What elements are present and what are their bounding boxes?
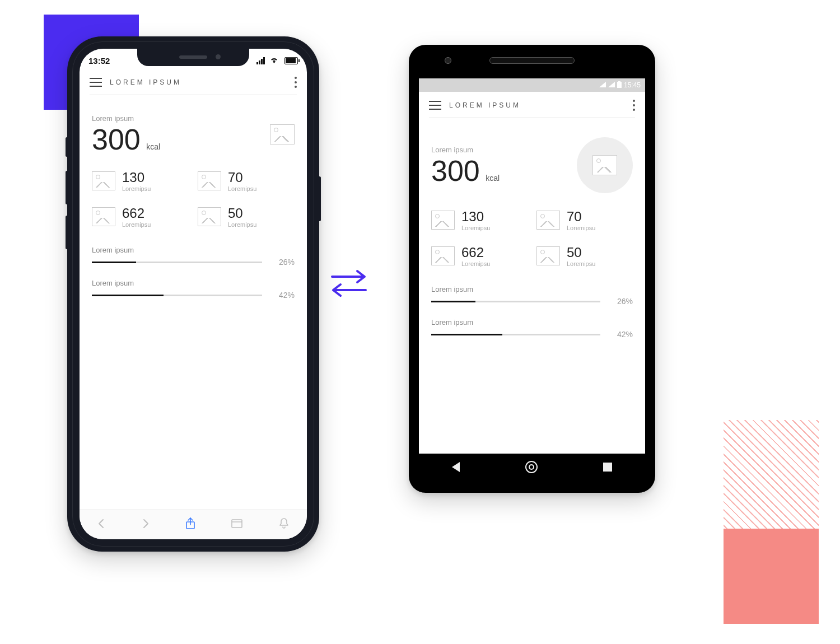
progress-item: Lorem ipsum 42% <box>419 310 645 343</box>
android-recents-icon[interactable] <box>603 463 612 472</box>
progress-track <box>92 262 262 263</box>
android-status-bar: 15:45 <box>419 78 645 92</box>
stat-item: 50 Loremipsu <box>536 245 633 267</box>
sync-icon <box>322 263 376 306</box>
android-signal-icon <box>599 81 606 89</box>
image-placeholder-icon <box>92 171 115 190</box>
hamburger-icon[interactable] <box>429 101 441 110</box>
hero-image-circle <box>577 137 633 193</box>
android-camera <box>445 57 451 64</box>
stat-value: 662 <box>122 206 151 221</box>
app-title: LOREM IPSUM <box>449 101 521 109</box>
ios-time: 13:52 <box>88 56 110 66</box>
image-placeholder-icon <box>270 124 295 144</box>
image-placeholder-icon <box>536 246 560 265</box>
image-placeholder-icon <box>536 211 560 230</box>
progress-percent: 42% <box>610 330 633 339</box>
tabs-icon[interactable] <box>231 518 243 531</box>
app-title: LOREM IPSUM <box>110 78 181 86</box>
forward-icon[interactable] <box>141 518 150 531</box>
android-home-icon[interactable] <box>525 461 538 473</box>
progress-label: Lorem ipsum <box>431 318 633 326</box>
android-earpiece <box>489 57 575 64</box>
stat-item: 50 Loremipsu <box>198 206 295 228</box>
stat-item: 70 Loremipsu <box>198 170 295 192</box>
bell-icon[interactable] <box>278 517 290 532</box>
android-mockup: 15:45 LOREM IPSUM Lorem ipsum 300 kcal <box>409 45 655 493</box>
stat-label: Loremipsu <box>461 260 490 267</box>
stat-item: 130 Loremipsu <box>92 170 189 192</box>
divider <box>429 118 635 118</box>
app-bar: LOREM IPSUM <box>80 69 307 95</box>
progress-label: Lorem ipsum <box>431 285 633 293</box>
progress-fill <box>92 295 164 296</box>
share-icon[interactable] <box>185 517 196 533</box>
progress-percent: 26% <box>272 258 295 267</box>
battery-icon <box>617 81 622 90</box>
svg-rect-3 <box>618 81 620 82</box>
hero-unit: kcal <box>146 142 160 151</box>
image-placeholder-icon <box>431 211 455 230</box>
stats-grid: 130 Loremipsu 70 Loremipsu 662 Loremip <box>80 164 307 238</box>
stat-label: Loremipsu <box>228 221 256 228</box>
app-bar: LOREM IPSUM <box>419 92 645 118</box>
stat-item: 662 Loremipsu <box>92 206 189 228</box>
battery-icon <box>284 57 298 64</box>
progress-item: Lorem ipsum 26% <box>419 277 645 310</box>
progress-track <box>431 301 600 302</box>
stat-value: 130 <box>122 170 151 185</box>
stat-label: Loremipsu <box>122 221 151 228</box>
stat-label: Loremipsu <box>567 225 595 231</box>
hero-value: 300 <box>431 155 480 187</box>
progress-label: Lorem ipsum <box>92 246 295 254</box>
hero-section: Lorem ipsum 300 kcal <box>419 124 645 203</box>
stat-item: 130 Loremipsu <box>431 209 528 231</box>
stat-item: 70 Loremipsu <box>536 209 633 231</box>
image-placeholder-icon <box>198 171 221 190</box>
ios-browser-bar <box>80 510 307 539</box>
android-time: 15:45 <box>624 81 641 89</box>
hero-unit: kcal <box>486 174 500 183</box>
hero-section: Lorem ipsum 300 kcal <box>80 101 307 164</box>
progress-track <box>92 295 262 296</box>
stat-value: 130 <box>461 209 490 225</box>
progress-label: Lorem ipsum <box>92 279 295 287</box>
progress-percent: 42% <box>272 291 295 300</box>
signal-icon <box>256 57 265 64</box>
progress-fill <box>431 301 475 302</box>
kebab-icon[interactable] <box>633 100 635 111</box>
stat-value: 70 <box>567 209 595 225</box>
android-back-icon[interactable] <box>452 462 460 472</box>
stat-value: 70 <box>228 170 256 185</box>
progress-item: Lorem ipsum 26% <box>80 238 307 271</box>
progress-fill <box>431 334 502 335</box>
progress-fill <box>92 262 136 263</box>
stat-label: Loremipsu <box>122 185 151 192</box>
image-placeholder-icon <box>592 155 617 175</box>
progress-track <box>431 334 600 335</box>
hamburger-icon[interactable] <box>90 78 102 87</box>
stat-value: 50 <box>567 245 595 260</box>
stat-value: 662 <box>461 245 490 260</box>
progress-percent: 26% <box>610 297 633 306</box>
iphone-mockup: 13:52 LOREM IPSUM Lorem ipsum <box>67 36 319 552</box>
back-icon[interactable] <box>97 518 106 531</box>
image-placeholder-icon <box>92 207 115 226</box>
stats-grid: 130 Loremipsu 70 Loremipsu 662 Loremip <box>419 203 645 277</box>
android-signal-icon <box>608 81 615 89</box>
stat-label: Loremipsu <box>567 260 595 267</box>
wifi-icon <box>269 56 279 66</box>
iphone-notch <box>137 49 249 66</box>
hero-label: Lorem ipsum <box>431 146 500 154</box>
progress-item: Lorem ipsum 42% <box>80 271 307 304</box>
decorative-square-red <box>724 529 819 624</box>
stat-label: Loremipsu <box>461 225 490 231</box>
stat-item: 662 Loremipsu <box>431 245 528 267</box>
kebab-icon[interactable] <box>295 77 297 88</box>
android-nav-bar <box>419 455 645 479</box>
svg-rect-2 <box>617 82 622 88</box>
stat-label: Loremipsu <box>228 185 256 192</box>
stat-value: 50 <box>228 206 256 221</box>
hero-label: Lorem ipsum <box>92 114 160 123</box>
svg-rect-1 <box>232 520 242 528</box>
